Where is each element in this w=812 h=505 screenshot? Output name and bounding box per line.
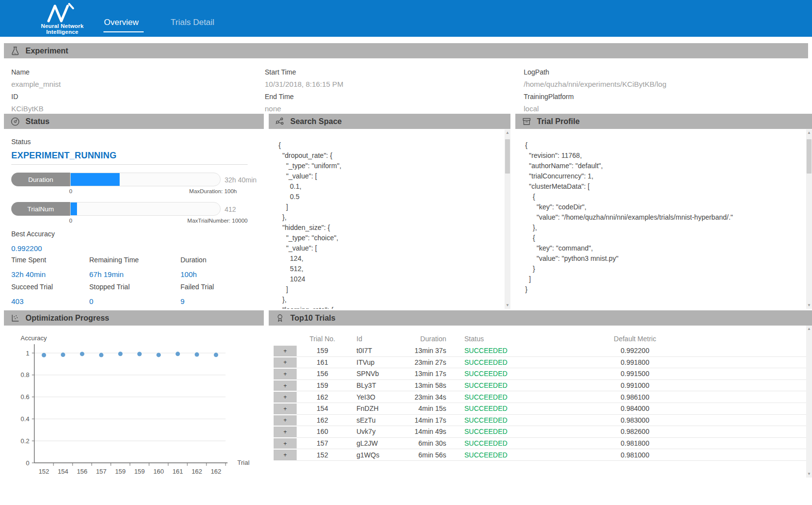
cell-duration: 6min 56s bbox=[407, 451, 446, 459]
status-label: Status bbox=[11, 138, 31, 146]
trialnum-value: 412 bbox=[225, 205, 236, 213]
trialnum-progress: TrialNum bbox=[11, 202, 221, 216]
experiment-field-value: example_mnist bbox=[11, 80, 61, 88]
expand-trial-button[interactable]: + bbox=[274, 346, 297, 356]
stat-value: 9 bbox=[180, 297, 184, 305]
search-space-section-bar: Search Space bbox=[269, 114, 510, 129]
expand-trial-button[interactable]: + bbox=[274, 450, 297, 460]
top10-section-bar: Top10 Trials bbox=[269, 310, 812, 326]
experiment-field-value: local bbox=[524, 104, 666, 113]
trial-profile-scrollbar[interactable]: ▲ ▼ bbox=[806, 129, 812, 309]
cell-duration: 14min 17s bbox=[407, 416, 446, 424]
search-space-icon bbox=[275, 117, 285, 126]
scatter-point bbox=[137, 352, 142, 356]
cell-id: t0I7T bbox=[348, 347, 407, 354]
scroll-up-icon[interactable]: ▲ bbox=[806, 326, 812, 332]
table-row: + 162 sEzTu 14min 17s SUCCEEDED 0.983000 bbox=[274, 415, 808, 427]
cell-status: SUCCEEDED bbox=[446, 416, 559, 424]
col-duration: Duration bbox=[407, 335, 446, 343]
stat-value: 0 bbox=[89, 297, 93, 305]
cell-trial-no: 156 bbox=[297, 370, 348, 378]
experiment-field-value: /home/quzha/nni/experiments/KCiBytKB/log bbox=[524, 80, 666, 88]
experiment-field-label: ID bbox=[11, 93, 61, 101]
experiment-column-3: LogPath/home/quzha/nni/experiments/KCiBy… bbox=[524, 64, 666, 113]
svg-text:0: 0 bbox=[26, 459, 29, 467]
cell-trial-no: 161 bbox=[297, 358, 348, 366]
cell-trial-no: 159 bbox=[297, 347, 348, 354]
expand-trial-button[interactable]: + bbox=[274, 415, 297, 426]
y-axis-label: Accuracy bbox=[21, 334, 47, 342]
experiment-field-label: TrainingPlatform bbox=[524, 93, 666, 101]
cell-default-metric: 0.983000 bbox=[559, 416, 711, 424]
stat-label: Duration bbox=[180, 256, 206, 264]
experiment-field-value: KCiBytKB bbox=[11, 104, 61, 113]
scroll-up-icon[interactable]: ▲ bbox=[505, 129, 510, 136]
scrollbar-thumb[interactable] bbox=[505, 139, 510, 174]
trial-profile-section-bar: Trial Profile bbox=[515, 114, 812, 129]
stat-label: Stopped Trial bbox=[89, 283, 130, 291]
cell-status: SUCCEEDED bbox=[446, 393, 559, 401]
cell-duration: 23min 27s bbox=[407, 358, 446, 366]
scatter-point bbox=[80, 352, 84, 356]
experiment-section-title: Experiment bbox=[25, 47, 68, 55]
svg-text:0.8: 0.8 bbox=[21, 371, 29, 379]
cell-duration: 13min 17s bbox=[407, 370, 446, 378]
cell-status: SUCCEEDED bbox=[446, 358, 559, 366]
duration-progress: Duration bbox=[11, 173, 221, 186]
tab-overview[interactable]: Overview bbox=[104, 18, 139, 27]
scroll-up-icon[interactable]: ▲ bbox=[806, 129, 812, 136]
expand-trial-button[interactable]: + bbox=[274, 438, 297, 449]
svg-text:154: 154 bbox=[58, 468, 69, 475]
cell-duration: 13min 37s bbox=[407, 347, 446, 354]
col-trial-no: Trial No. bbox=[297, 335, 348, 343]
stat-label: Time Spent bbox=[11, 256, 46, 264]
svg-text:156: 156 bbox=[77, 468, 88, 475]
col-id: Id bbox=[348, 335, 407, 343]
expand-trial-button[interactable]: + bbox=[274, 427, 297, 437]
trial-profile-section-title: Trial Profile bbox=[537, 117, 580, 126]
top10-scrollbar[interactable]: ▲ ▼ bbox=[806, 326, 812, 478]
table-row: + 159 t0I7T 13min 37s SUCCEEDED 0.992200 bbox=[274, 345, 808, 357]
gauge-icon bbox=[10, 117, 20, 126]
expand-trial-button[interactable]: + bbox=[274, 404, 297, 414]
duration-progress-fill bbox=[71, 173, 120, 186]
svg-text:0.6: 0.6 bbox=[21, 393, 29, 401]
brand-text: Neural Network Intelligence bbox=[30, 23, 94, 35]
expand-trial-button[interactable]: + bbox=[274, 369, 297, 379]
expand-trial-button[interactable]: + bbox=[274, 392, 297, 403]
trial-profile-json[interactable]: { "revision": 11768, "authorName": "defa… bbox=[525, 140, 800, 309]
tab-trials-detail[interactable]: Trials Detail bbox=[171, 18, 214, 27]
cell-id: sEzTu bbox=[348, 416, 407, 424]
scroll-down-icon[interactable]: ▼ bbox=[505, 302, 510, 309]
table-row: + 152 g1WQs 6min 56s SUCCEEDED 0.981000 bbox=[274, 449, 808, 461]
flask-icon bbox=[10, 46, 20, 56]
cell-trial-no: 152 bbox=[297, 451, 348, 459]
table-row: + 161 ITVup 23min 27s SUCCEEDED 0.991800 bbox=[274, 357, 808, 369]
cell-default-metric: 0.991500 bbox=[559, 370, 711, 378]
cell-id: ITVup bbox=[348, 358, 407, 366]
stat-label: Succeed Trial bbox=[11, 283, 53, 291]
stat-value: 403 bbox=[11, 297, 24, 305]
scroll-down-icon[interactable]: ▼ bbox=[806, 471, 812, 478]
table-row: + 157 gL2JW 6min 30s SUCCEEDED 0.981800 bbox=[274, 438, 808, 450]
best-accuracy-value: 0.992200 bbox=[11, 244, 42, 252]
table-row: + 156 SPNVb 13min 17s SUCCEEDED 0.991500 bbox=[274, 368, 808, 380]
best-accuracy-label: Best Accuracy bbox=[11, 230, 55, 238]
search-space-json[interactable]: { "dropout_rate": { "_type": "uniform", … bbox=[279, 140, 499, 309]
scatter-point bbox=[214, 353, 218, 357]
stat-value: 100h bbox=[180, 270, 197, 278]
svg-text:159: 159 bbox=[115, 468, 126, 475]
expand-trial-button[interactable]: + bbox=[274, 380, 297, 391]
cell-id: SPNVb bbox=[348, 370, 407, 378]
search-space-scrollbar[interactable]: ▲ ▼ bbox=[505, 129, 510, 309]
cell-default-metric: 0.984000 bbox=[559, 404, 711, 412]
trialnum-progress-fill bbox=[71, 202, 77, 215]
experiment-column-2: Start Time10/31/2018, 8:16:15 PMEnd Time… bbox=[265, 64, 343, 113]
scroll-down-icon[interactable]: ▼ bbox=[806, 302, 812, 309]
expand-trial-button[interactable]: + bbox=[274, 357, 297, 368]
cell-duration: 6min 30s bbox=[407, 439, 446, 447]
experiment-section-bar: Experiment bbox=[4, 43, 808, 58]
scrollbar-thumb[interactable] bbox=[807, 139, 812, 174]
svg-text:157: 157 bbox=[96, 468, 107, 475]
svg-text:159: 159 bbox=[134, 468, 145, 475]
